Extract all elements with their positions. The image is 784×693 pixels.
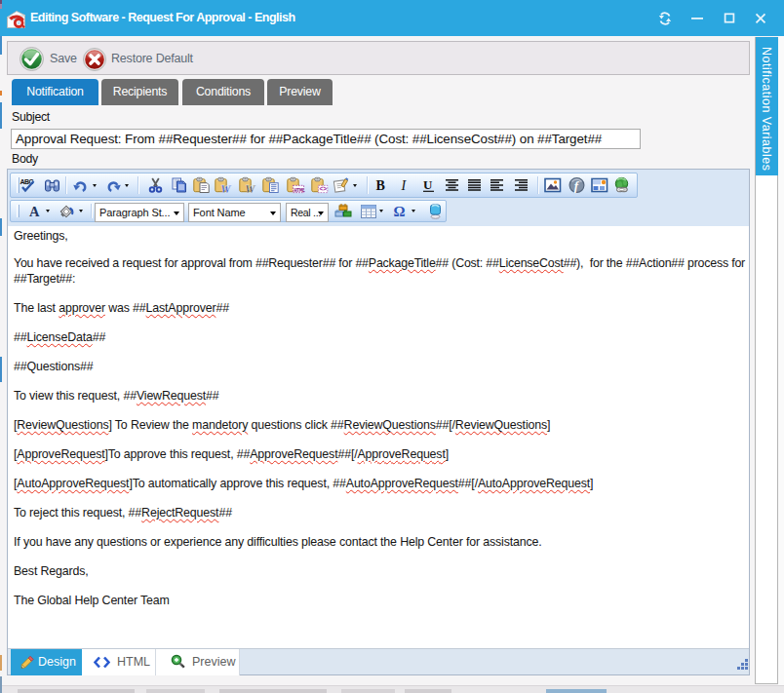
svg-text:I: I (401, 178, 408, 193)
svg-text:W: W (245, 183, 255, 194)
svg-text:A: A (29, 204, 40, 219)
svg-text:<>: <> (319, 185, 327, 192)
svg-text:U: U (423, 177, 433, 192)
svg-text:Ω: Ω (394, 204, 406, 219)
svg-text:W: W (220, 183, 231, 194)
svg-text:B: B (376, 178, 385, 193)
svg-text:HTML: HTML (294, 187, 305, 194)
